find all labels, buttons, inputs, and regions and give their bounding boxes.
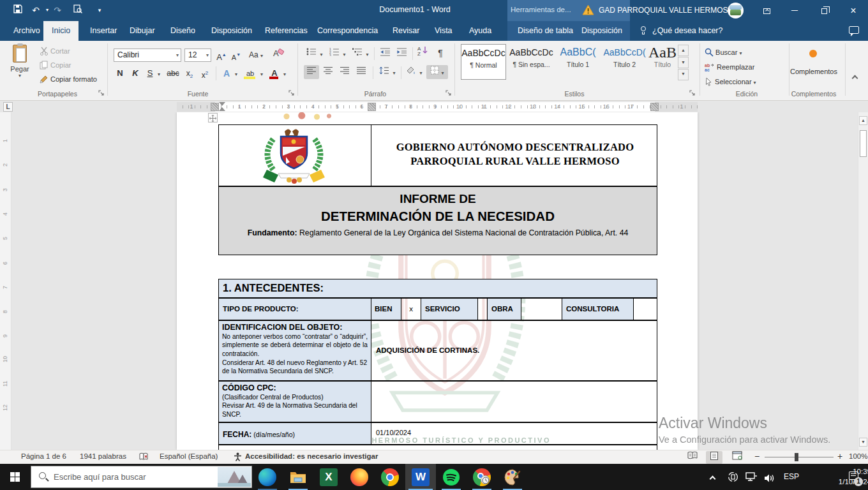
tab-selector[interactable]: L: [3, 102, 13, 112]
zoom-slider-thumb[interactable]: [795, 453, 798, 461]
sort-button[interactable]: AZ: [415, 45, 431, 59]
taskbar-chrome[interactable]: [375, 464, 405, 490]
align-center-button[interactable]: [320, 65, 336, 79]
close-button[interactable]: ×: [839, 0, 868, 21]
feedback-comment-icon[interactable]: [849, 26, 859, 34]
align-right-button[interactable]: [337, 65, 352, 79]
left-margin-marker[interactable]: [211, 103, 219, 111]
proofing-icon[interactable]: [139, 452, 149, 462]
taskbar-spotify[interactable]: [436, 464, 467, 490]
tipo-servicio-checkbox[interactable]: [478, 299, 487, 320]
accessibility-icon[interactable]: [234, 452, 242, 463]
tab-disposicion[interactable]: Disposición: [203, 21, 260, 41]
zoom-slider-track[interactable]: [765, 457, 834, 457]
vertical-scrollbar[interactable]: ▲ ▼: [858, 112, 868, 450]
italic-button[interactable]: K: [129, 66, 142, 80]
text-effects-button[interactable]: A: [220, 66, 234, 80]
show-paragraph-marks-button[interactable]: ¶: [434, 46, 447, 60]
underline-caret-icon[interactable]: ▾: [155, 66, 163, 80]
font-color-button[interactable]: A: [268, 66, 281, 80]
language-indicator[interactable]: Español (España): [160, 452, 218, 460]
tell-me-box[interactable]: ¿Qué desea hacer?: [652, 21, 723, 41]
bullets-caret-icon[interactable]: ▾: [318, 47, 325, 61]
antecedentes-heading-row[interactable]: 1. ANTECEDENTES:: [218, 279, 657, 298]
font-family-combo[interactable]: Calibri▾: [114, 48, 181, 62]
column-boundary-marker[interactable]: [368, 103, 376, 111]
tray-language-indicator[interactable]: ESP: [784, 472, 799, 481]
search-highlight-art[interactable]: [218, 467, 251, 487]
scrollbar-thumb[interactable]: [860, 130, 867, 157]
restore-button[interactable]: [809, 0, 839, 21]
header-table[interactable]: GOBIERNO AUTÓNOMO DESCENTRALIZADO PARROQ…: [218, 124, 657, 186]
cut-button[interactable]: Cortar: [40, 45, 70, 57]
fecha-value[interactable]: 01/10/2024: [376, 429, 411, 436]
replace-button[interactable]: abac Reemplazar: [705, 61, 754, 74]
tray-network-icon[interactable]: [745, 472, 758, 485]
table-move-handle[interactable]: [208, 113, 218, 122]
underline-button[interactable]: S: [144, 66, 156, 80]
report-title-banner[interactable]: INFORME DE DETERMINACIÓN DE LA NECESIDAD…: [218, 186, 657, 255]
tray-volume-icon[interactable]: [764, 473, 775, 485]
tab-correspondencia[interactable]: Correspondencia: [309, 21, 386, 41]
scroll-up-icon[interactable]: ▲: [859, 116, 867, 125]
styles-scroll-up-icon[interactable]: ▲: [678, 45, 689, 56]
collapse-ribbon-icon[interactable]: [853, 74, 857, 82]
style-no-spacing[interactable]: AaBbCcDc ¶ Sin espa...: [509, 44, 554, 80]
copy-button[interactable]: Copiar: [40, 59, 71, 71]
scroll-down-icon[interactable]: ▼: [859, 438, 867, 447]
zoom-level[interactable]: 100%: [849, 452, 867, 460]
shading-caret-icon[interactable]: ▾: [417, 65, 424, 79]
taskbar-paint[interactable]: [497, 464, 528, 490]
first-line-indent-marker[interactable]: [219, 102, 225, 106]
objeto-value[interactable]: ADQUISICIÓN DE CORTINAS.: [376, 346, 479, 354]
superscript-button[interactable]: x2: [198, 66, 212, 80]
justify-button[interactable]: [354, 65, 369, 79]
style-normal[interactable]: AaBbCcDc ¶ Normal: [461, 44, 506, 80]
taskbar-file-explorer[interactable]: [283, 464, 313, 490]
taskbar-firefox[interactable]: [344, 464, 375, 490]
ribbon-display-options-icon[interactable]: [752, 0, 781, 21]
qat-customize-icon[interactable]: ▾: [93, 4, 106, 16]
zoom-out-button[interactable]: −: [754, 451, 760, 461]
find-button[interactable]: Buscar ▾: [705, 46, 742, 59]
format-painter-button[interactable]: Copiar formato: [40, 73, 97, 85]
styles-scroll-down-icon[interactable]: ▼: [678, 57, 689, 68]
redo-icon[interactable]: ↷: [51, 4, 64, 16]
paste-button[interactable]: Pegar ▾: [5, 43, 34, 97]
tray-device-icon[interactable]: [728, 471, 738, 485]
avatar[interactable]: [728, 3, 744, 19]
word-count[interactable]: 1941 palabras: [80, 452, 126, 460]
text-effects-caret-icon[interactable]: ▾: [232, 66, 240, 80]
tipo-producto-row[interactable]: TIPO DE PRODUCTO: BIEN x SERVICIO OBRA C…: [218, 298, 657, 320]
document-page[interactable]: E HERMOSO TURÍSTICO Y PRODUCTIVO: [177, 112, 698, 450]
clipboard-dialog-launcher-icon[interactable]: [98, 90, 105, 97]
web-layout-view-icon[interactable]: [729, 451, 745, 464]
vertical-ruler[interactable]: 123456789101112: [0, 112, 11, 450]
tab-referencias[interactable]: Referencias: [257, 21, 316, 41]
line-spacing-button[interactable]: [377, 65, 392, 79]
numbering-button[interactable]: 123: [327, 47, 342, 61]
fecha-row[interactable]: FECHA: (día/mes/año) 01/10/2024: [218, 422, 657, 445]
horizontal-ruler[interactable]: 112345678910111213141516171: [177, 102, 698, 112]
font-color-caret-icon[interactable]: ▾: [281, 66, 288, 80]
multilevel-caret-icon[interactable]: ▾: [364, 47, 371, 61]
right-margin-marker[interactable]: [650, 103, 659, 111]
increase-indent-button[interactable]: [394, 47, 410, 61]
cpc-row[interactable]: CÓDIGO CPC: (Clasificador Central de Pro…: [218, 381, 657, 422]
account-name[interactable]: GAD PARROQUIAL VALLE HERMOSO: [599, 6, 734, 15]
shading-button[interactable]: [403, 65, 419, 79]
tipo-consultoria-checkbox[interactable]: [634, 299, 658, 320]
font-dialog-launcher-icon[interactable]: [288, 90, 296, 97]
tab-revisar[interactable]: Revisar: [384, 21, 428, 41]
undo-icon[interactable]: ↶: [29, 4, 42, 16]
tab-disposicion-tabla[interactable]: Disposición: [573, 21, 631, 41]
tab-dibujar[interactable]: Dibujar: [121, 21, 163, 41]
accessibility-status[interactable]: Accesibilidad: es necesario investigar: [245, 452, 378, 460]
font-size-combo[interactable]: 12▾: [184, 48, 211, 62]
taskbar-edge[interactable]: [252, 464, 283, 490]
strikethrough-button[interactable]: abc: [165, 66, 181, 80]
save-icon[interactable]: [11, 4, 24, 16]
tray-chevron-icon[interactable]: [710, 472, 715, 484]
bold-button[interactable]: N: [114, 66, 126, 80]
tab-vista[interactable]: Vista: [426, 21, 461, 41]
